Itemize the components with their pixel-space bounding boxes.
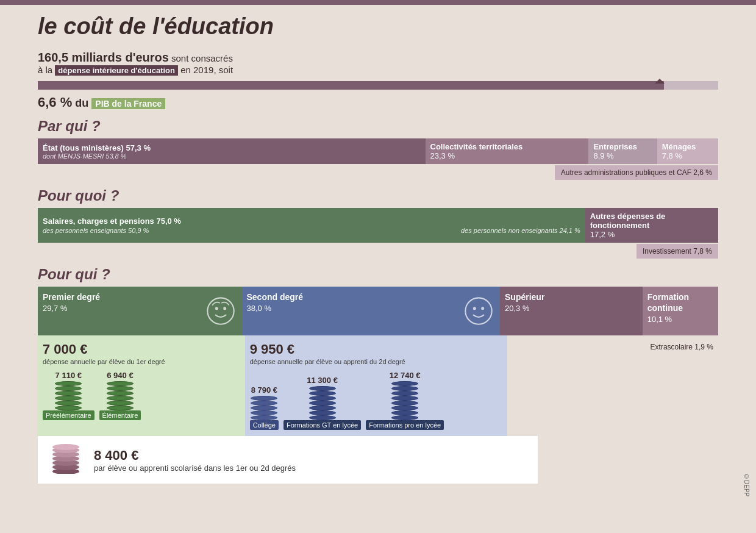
preem-amount: 7 110 € — [55, 371, 82, 380]
bar-salaires: Salaires, charges et pensions 75,0 % des… — [38, 208, 585, 243]
salaires-inner: Salaires, charges et pensions 75,0 % des… — [43, 216, 580, 234]
coin8 — [391, 415, 418, 420]
page-container: le coût de l'éducation 160,5 milliards d… — [0, 0, 756, 533]
cost-premier-amount: 7 000 € — [43, 342, 240, 357]
svg-point-4 — [473, 307, 476, 310]
stack-gt: 11 300 € Formations GT en lycée — [284, 376, 361, 430]
pour-qui-grid: Premier degré 29,7 % Second degré 38,0 % — [38, 287, 718, 335]
coin6 — [309, 410, 336, 415]
pour-qui-title2: Pour qui ? — [38, 266, 718, 283]
pq-second-label: Second degré — [247, 292, 304, 302]
intro-text1: sont consacrés — [171, 53, 233, 63]
coin6 — [107, 406, 134, 410]
intro-text2: à la — [38, 65, 52, 75]
page-title: le coût de l'éducation — [38, 13, 718, 40]
bottom-row: 8 400 € par élève ou apprenti scolarisé … — [38, 436, 538, 484]
sal-sub1: des personnels enseignants 50,9 % — [43, 227, 149, 234]
college-label: Collège — [250, 420, 279, 430]
autres-admin-cell: Autres administrations publiques et CAF … — [555, 165, 718, 180]
bar-autres-dep: Autres dépenses de fonctionnement 17,2 % — [585, 208, 718, 243]
coin1 — [55, 381, 82, 386]
amount-text: 160,5 milliards d'euros — [38, 51, 169, 64]
pro-coins — [391, 381, 418, 420]
cost-premier: 7 000 € dépense annuelle par élève du 1e… — [38, 335, 245, 436]
coin6 — [55, 406, 82, 410]
elem-coins — [107, 381, 134, 410]
svg-point-12 — [52, 444, 79, 450]
bar-collectivites: Collectivités territoriales 23,3 % — [426, 138, 589, 164]
highlight-pib: PIB de la France — [91, 98, 165, 109]
pq-second-pct: 38,0 % — [247, 304, 271, 313]
etat-sub: dont MENJS-MESRI 53,8 % — [43, 152, 421, 160]
men-pct: 7,8 % — [662, 151, 713, 160]
cost-second-amount: 9 950 € — [250, 342, 502, 357]
coin1 — [251, 396, 277, 401]
pib-text4: du — [75, 97, 88, 109]
coin4 — [251, 410, 277, 415]
bottom-section: 8 400 € par élève ou apprenti scolarisé … — [38, 436, 538, 484]
sal-subs: des personnels enseignants 50,9 % des pe… — [43, 227, 580, 234]
highlight-depense: dépense intérieure d'éducation — [55, 65, 178, 76]
bar-menages: Ménages 7,8 % — [657, 138, 718, 164]
top-bar — [0, 0, 756, 5]
preem-coins — [55, 381, 82, 410]
svg-point-3 — [465, 298, 491, 324]
bar-entreprises: Entreprises 8,9 % — [588, 138, 657, 164]
stacks-premier: 7 110 € Préélémentaire 6 940 € — [43, 371, 240, 420]
pq-formation: Formation continue 10,1 % — [643, 287, 718, 335]
premier-face-icon — [205, 296, 236, 326]
progress-bar — [38, 81, 718, 90]
stack-pro: 12 740 € Formations pro en lycée — [366, 371, 444, 430]
coin2 — [309, 391, 336, 396]
coin1 — [309, 386, 336, 391]
cost-premier-label: dépense annuelle par élève du 1er degré — [43, 357, 240, 366]
intro-section: 160,5 milliards d'euros sont consacrés à… — [38, 51, 718, 75]
autdep-pct: 17,2 % — [590, 230, 713, 239]
bottom-amount: 8 400 € — [94, 448, 296, 463]
coin4 — [309, 401, 336, 406]
sal-sub2: des personnels non enseignants 24,1 % — [461, 227, 580, 234]
coin5 — [55, 401, 82, 406]
pro-label: Formations pro en lycée — [366, 420, 444, 430]
preem-label: Préélémentaire — [43, 410, 94, 420]
pour-quoi-title: Pour quoi ? — [38, 187, 718, 204]
entr-label: Entreprises — [593, 142, 652, 151]
elem-label: Élémentaire — [99, 410, 141, 420]
intro-text3: en 2019, soit — [180, 65, 233, 75]
autdep-label: Autres dépenses de fonctionnement — [590, 212, 713, 230]
pour-quoi-bar: Salaires, charges et pensions 75,0 % des… — [38, 208, 718, 243]
progress-fill — [38, 81, 664, 90]
men-label: Ménages — [662, 142, 713, 151]
svg-point-2 — [223, 307, 226, 310]
pq-premier: Premier degré 29,7 % — [38, 287, 242, 335]
coll-label: Collectivités territoriales — [430, 142, 584, 151]
gt-coins — [309, 386, 336, 420]
elem-amount: 6 940 € — [107, 371, 133, 380]
coin1 — [107, 381, 134, 386]
cost-grid: 7 000 € dépense annuelle par élève du 1e… — [38, 335, 718, 436]
stack-elem: 6 940 € Élémentaire — [99, 371, 141, 420]
pq-form-pct: 10,1 % — [647, 315, 672, 324]
svg-point-5 — [481, 307, 484, 310]
investissement-row: Investissement 7,8 % — [38, 244, 718, 259]
coin3 — [55, 391, 82, 396]
pib-line: 6,6 % du PIB de la France — [38, 95, 718, 110]
pq-superieur: Supérieur 20,3 % — [500, 287, 643, 335]
sal-label: Salaires, charges et pensions 75,0 % — [43, 216, 580, 226]
coin7 — [391, 410, 418, 415]
coin3 — [309, 396, 336, 401]
college-amount: 8 790 € — [251, 385, 277, 395]
second-face-icon — [463, 296, 494, 326]
svg-point-0 — [207, 298, 234, 324]
cost-second-label: dépense annuelle par élève ou apprenti d… — [250, 357, 502, 366]
coin3 — [391, 391, 418, 396]
pq-form-label: Formation continue — [647, 292, 689, 313]
coin5 — [391, 401, 418, 406]
coin3 — [251, 406, 277, 410]
par-qui-bar: État (tous ministères) 57,3 % dont MENJS… — [38, 138, 718, 164]
bar-etat: État (tous ministères) 57,3 % dont MENJS… — [38, 138, 426, 164]
entr-pct: 8,9 % — [593, 151, 652, 160]
coin4 — [55, 396, 82, 401]
coin5 — [251, 415, 277, 420]
pq-second: Second degré 38,0 % — [242, 287, 501, 335]
